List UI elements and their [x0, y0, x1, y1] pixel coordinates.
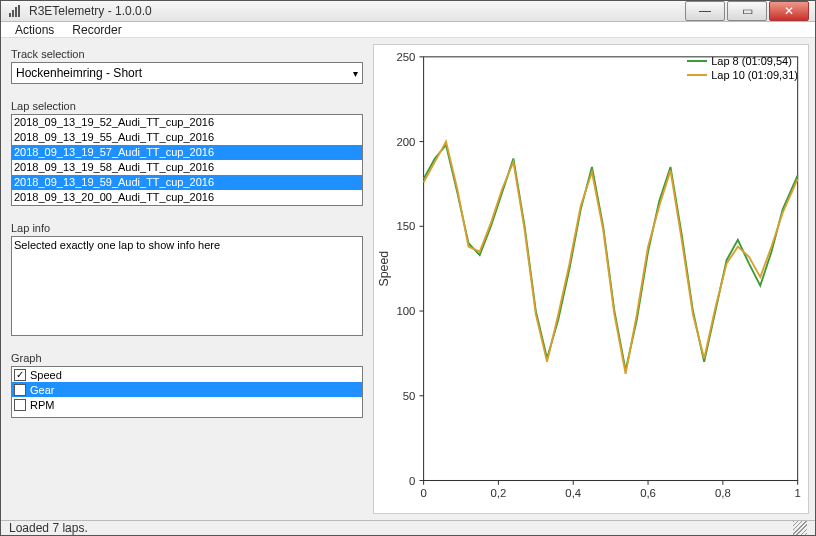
legend-label-1: Lap 8 (01:09,54)	[711, 55, 792, 67]
legend-entry-2: Lap 10 (01:09,31)	[687, 69, 798, 81]
window-controls: — ▭ ✕	[685, 1, 809, 21]
app-icon	[7, 3, 23, 19]
chart-legend: Lap 8 (01:09,54) Lap 10 (01:09,31)	[687, 55, 798, 83]
svg-rect-4	[424, 57, 798, 481]
svg-text:100: 100	[396, 305, 415, 317]
lap-info-text: Selected exactly one lap to show info he…	[11, 236, 363, 336]
lap-list-item[interactable]: 2018_09_13_19_55_Audi_TT_cup_2016	[12, 130, 362, 145]
speed-chart: 05010015020025000,20,40,60,81Speed	[374, 45, 808, 513]
graph-list-item[interactable]: Gear	[12, 382, 362, 397]
chart-panel: 05010015020025000,20,40,60,81Speed Lap 8…	[373, 44, 809, 514]
svg-text:0,4: 0,4	[565, 487, 581, 499]
svg-text:0,8: 0,8	[715, 487, 731, 499]
titlebar: R3ETelemetry - 1.0.0.0 — ▭ ✕	[1, 1, 815, 22]
graph-item-label: Speed	[30, 369, 62, 381]
left-column: Track selection Hockenheimring - Short ▾…	[7, 44, 367, 514]
graph-item-label: Gear	[30, 384, 54, 396]
chevron-down-icon: ▾	[353, 68, 358, 79]
lap-list-item[interactable]: 2018_09_13_19_57_Audi_TT_cup_2016	[12, 145, 362, 160]
window-title: R3ETelemetry - 1.0.0.0	[29, 4, 685, 18]
menu-recorder[interactable]: Recorder	[72, 23, 121, 37]
graph-list-item[interactable]: Speed	[12, 367, 362, 382]
close-button[interactable]: ✕	[769, 1, 809, 21]
svg-text:1: 1	[795, 487, 801, 499]
checkbox-icon[interactable]	[14, 384, 26, 396]
track-selection-label: Track selection	[11, 48, 363, 60]
graph-item-label: RPM	[30, 399, 54, 411]
legend-color-1	[687, 60, 707, 62]
graph-listbox[interactable]: SpeedGearRPM	[11, 366, 363, 418]
track-selection-group: Track selection Hockenheimring - Short ▾	[7, 44, 367, 88]
legend-color-2	[687, 74, 707, 76]
svg-rect-2	[15, 7, 17, 17]
lap-listbox[interactable]: 2018_09_13_19_52_Audi_TT_cup_20162018_09…	[11, 114, 363, 206]
lap-selection-label: Lap selection	[11, 100, 363, 112]
checkbox-icon[interactable]	[14, 369, 26, 381]
legend-label-2: Lap 10 (01:09,31)	[711, 69, 798, 81]
lap-list-item[interactable]: 2018_09_13_19_52_Audi_TT_cup_2016	[12, 115, 362, 130]
svg-text:50: 50	[403, 390, 416, 402]
track-combobox[interactable]: Hockenheimring - Short ▾	[11, 62, 363, 84]
lap-list-item[interactable]: 2018_09_13_20_00_Audi_TT_cup_2016	[12, 190, 362, 205]
graph-list-item[interactable]: RPM	[12, 397, 362, 412]
svg-text:0: 0	[420, 487, 426, 499]
legend-entry-1: Lap 8 (01:09,54)	[687, 55, 798, 67]
svg-rect-0	[9, 13, 11, 17]
lap-list-item[interactable]: 2018_09_13_19_59_Audi_TT_cup_2016	[12, 175, 362, 190]
statusbar: Loaded 7 laps.	[1, 520, 815, 535]
lap-info-label: Lap info	[11, 222, 363, 234]
maximize-button[interactable]: ▭	[727, 1, 767, 21]
svg-text:Speed: Speed	[377, 251, 391, 287]
svg-text:250: 250	[396, 51, 415, 63]
client-area: Track selection Hockenheimring - Short ▾…	[1, 38, 815, 520]
svg-text:150: 150	[396, 220, 415, 232]
track-combobox-value: Hockenheimring - Short	[16, 66, 142, 80]
graph-label: Graph	[11, 352, 363, 364]
menubar: Actions Recorder	[1, 22, 815, 38]
graph-group: Graph SpeedGearRPM	[7, 348, 367, 422]
lap-info-group: Lap info Selected exactly one lap to sho…	[7, 218, 367, 340]
svg-rect-3	[18, 5, 20, 17]
lap-list-item[interactable]: 2018_09_13_19_58_Audi_TT_cup_2016	[12, 160, 362, 175]
status-text: Loaded 7 laps.	[9, 521, 88, 535]
minimize-button[interactable]: —	[685, 1, 725, 21]
svg-text:200: 200	[396, 136, 415, 148]
svg-rect-1	[12, 10, 14, 17]
svg-text:0,6: 0,6	[640, 487, 656, 499]
svg-text:0: 0	[409, 475, 415, 487]
lap-selection-group: Lap selection 2018_09_13_19_52_Audi_TT_c…	[7, 96, 367, 210]
app-window: R3ETelemetry - 1.0.0.0 — ▭ ✕ Actions Rec…	[0, 0, 816, 536]
menu-actions[interactable]: Actions	[15, 23, 54, 37]
checkbox-icon[interactable]	[14, 399, 26, 411]
svg-text:0,2: 0,2	[491, 487, 507, 499]
resize-gripper[interactable]	[793, 521, 807, 535]
